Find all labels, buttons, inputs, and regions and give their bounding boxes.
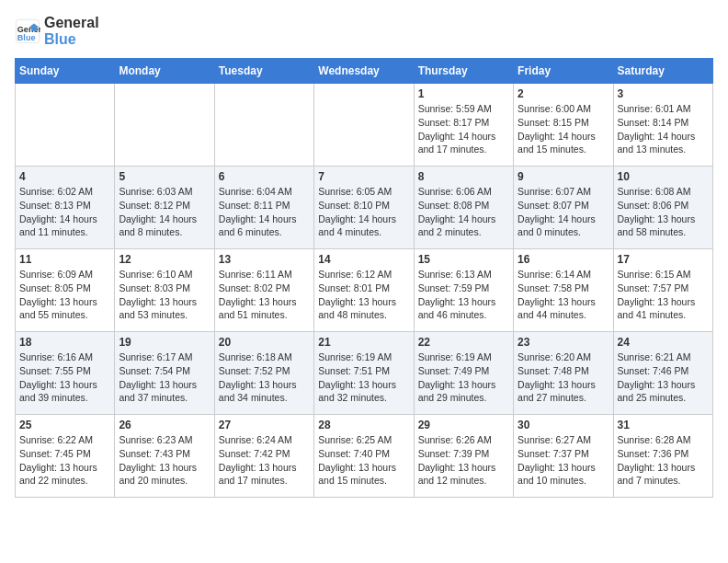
calendar-cell-8: 8Sunrise: 6:06 AMSunset: 8:08 PMDaylight… (414, 167, 513, 249)
day-number: 3 (618, 87, 709, 100)
day-number: 14 (318, 253, 409, 266)
calendar-cell-3: 3Sunrise: 6:01 AMSunset: 8:14 PMDaylight… (613, 84, 712, 167)
day-number: 7 (318, 170, 409, 183)
day-info: Sunrise: 6:20 AMSunset: 7:48 PMDaylight:… (518, 350, 609, 405)
calendar-cell-21: 21Sunrise: 6:19 AMSunset: 7:51 PMDayligh… (314, 332, 414, 415)
weekday-header-friday: Friday (514, 59, 613, 84)
calendar-cell-1: 1Sunrise: 5:59 AMSunset: 8:17 PMDaylight… (414, 84, 513, 167)
day-info: Sunrise: 6:27 AMSunset: 7:37 PMDaylight:… (518, 433, 609, 488)
day-info: Sunrise: 6:11 AMSunset: 8:02 PMDaylight:… (219, 268, 310, 322)
calendar-cell-10: 10Sunrise: 6:08 AMSunset: 8:06 PMDayligh… (613, 167, 712, 249)
calendar-cell-empty (16, 84, 115, 167)
calendar-cell-28: 28Sunrise: 6:25 AMSunset: 7:40 PMDayligh… (314, 415, 414, 498)
logo-blue: Blue (44, 31, 99, 48)
weekday-header-row: SundayMondayTuesdayWednesdayThursdayFrid… (16, 59, 713, 84)
calendar-cell-29: 29Sunrise: 6:26 AMSunset: 7:39 PMDayligh… (414, 415, 513, 498)
calendar-cell-26: 26Sunrise: 6:23 AMSunset: 7:43 PMDayligh… (115, 415, 214, 498)
day-info: Sunrise: 6:15 AMSunset: 7:57 PMDaylight:… (618, 268, 709, 322)
day-number: 6 (219, 170, 310, 183)
calendar-cell-6: 6Sunrise: 6:04 AMSunset: 8:11 PMDaylight… (214, 167, 313, 249)
weekday-header-monday: Monday (115, 59, 214, 84)
calendar-cell-18: 18Sunrise: 6:16 AMSunset: 7:55 PMDayligh… (16, 332, 115, 415)
day-number: 11 (19, 253, 110, 266)
day-info: Sunrise: 6:00 AMSunset: 8:15 PMDaylight:… (518, 102, 609, 156)
day-number: 19 (119, 336, 210, 349)
logo-icon: General Blue (15, 18, 40, 44)
day-number: 27 (219, 419, 310, 431)
calendar-cell-17: 17Sunrise: 6:15 AMSunset: 7:57 PMDayligh… (613, 249, 712, 332)
day-number: 28 (318, 419, 409, 431)
day-number: 9 (518, 170, 609, 183)
day-number: 12 (119, 253, 210, 266)
weekday-header-sunday: Sunday (16, 59, 115, 84)
day-number: 29 (418, 419, 509, 431)
calendar-cell-5: 5Sunrise: 6:03 AMSunset: 8:12 PMDaylight… (115, 167, 214, 249)
day-number: 13 (219, 253, 310, 266)
day-info: Sunrise: 6:02 AMSunset: 8:13 PMDaylight:… (19, 185, 110, 239)
day-info: Sunrise: 5:59 AMSunset: 8:17 PMDaylight:… (418, 102, 509, 156)
calendar-cell-24: 24Sunrise: 6:21 AMSunset: 7:46 PMDayligh… (613, 332, 712, 415)
calendar-week-0: 1Sunrise: 5:59 AMSunset: 8:17 PMDaylight… (16, 84, 713, 167)
day-info: Sunrise: 6:23 AMSunset: 7:43 PMDaylight:… (119, 433, 210, 488)
day-number: 10 (618, 170, 709, 183)
calendar-cell-15: 15Sunrise: 6:13 AMSunset: 7:59 PMDayligh… (414, 249, 513, 332)
day-info: Sunrise: 6:13 AMSunset: 7:59 PMDaylight:… (418, 268, 509, 322)
calendar-cell-19: 19Sunrise: 6:17 AMSunset: 7:54 PMDayligh… (115, 332, 214, 415)
calendar-week-1: 4Sunrise: 6:02 AMSunset: 8:13 PMDaylight… (16, 167, 713, 249)
day-number: 5 (119, 170, 210, 183)
day-info: Sunrise: 6:17 AMSunset: 7:54 PMDaylight:… (119, 350, 210, 405)
day-info: Sunrise: 6:22 AMSunset: 7:45 PMDaylight:… (19, 433, 110, 488)
calendar-cell-7: 7Sunrise: 6:05 AMSunset: 8:10 PMDaylight… (314, 167, 414, 249)
day-number: 21 (318, 336, 409, 349)
day-number: 23 (518, 336, 609, 349)
day-info: Sunrise: 6:03 AMSunset: 8:12 PMDaylight:… (119, 185, 210, 239)
day-number: 31 (618, 419, 709, 431)
day-number: 24 (618, 336, 709, 349)
calendar-cell-14: 14Sunrise: 6:12 AMSunset: 8:01 PMDayligh… (314, 249, 414, 332)
day-info: Sunrise: 6:09 AMSunset: 8:05 PMDaylight:… (19, 268, 110, 322)
day-number: 17 (618, 253, 709, 266)
calendar-cell-16: 16Sunrise: 6:14 AMSunset: 7:58 PMDayligh… (514, 249, 613, 332)
weekday-header-wednesday: Wednesday (314, 59, 414, 84)
day-number: 1 (418, 87, 509, 100)
weekday-header-saturday: Saturday (613, 59, 712, 84)
page-header: General Blue General Blue (15, 15, 713, 47)
day-info: Sunrise: 6:19 AMSunset: 7:51 PMDaylight:… (318, 350, 409, 405)
day-info: Sunrise: 6:25 AMSunset: 7:40 PMDaylight:… (318, 433, 409, 488)
day-number: 8 (418, 170, 509, 183)
calendar-week-2: 11Sunrise: 6:09 AMSunset: 8:05 PMDayligh… (16, 249, 713, 332)
weekday-header-tuesday: Tuesday (214, 59, 313, 84)
calendar-cell-13: 13Sunrise: 6:11 AMSunset: 8:02 PMDayligh… (214, 249, 313, 332)
day-info: Sunrise: 6:19 AMSunset: 7:49 PMDaylight:… (418, 350, 509, 405)
day-number: 26 (119, 419, 210, 431)
day-info: Sunrise: 6:05 AMSunset: 8:10 PMDaylight:… (318, 185, 409, 239)
day-info: Sunrise: 6:07 AMSunset: 8:07 PMDaylight:… (518, 185, 609, 239)
weekday-header-thursday: Thursday (414, 59, 513, 84)
day-info: Sunrise: 6:01 AMSunset: 8:14 PMDaylight:… (618, 102, 709, 156)
day-info: Sunrise: 6:18 AMSunset: 7:52 PMDaylight:… (219, 350, 310, 405)
logo-general: General (44, 15, 99, 30)
day-info: Sunrise: 6:10 AMSunset: 8:03 PMDaylight:… (119, 268, 210, 322)
calendar-cell-11: 11Sunrise: 6:09 AMSunset: 8:05 PMDayligh… (16, 249, 115, 332)
day-info: Sunrise: 6:12 AMSunset: 8:01 PMDaylight:… (318, 268, 409, 322)
day-number: 15 (418, 253, 509, 266)
calendar-week-3: 18Sunrise: 6:16 AMSunset: 7:55 PMDayligh… (16, 332, 713, 415)
day-info: Sunrise: 6:26 AMSunset: 7:39 PMDaylight:… (418, 433, 509, 488)
day-info: Sunrise: 6:14 AMSunset: 7:58 PMDaylight:… (518, 268, 609, 322)
day-number: 20 (219, 336, 310, 349)
calendar-cell-23: 23Sunrise: 6:20 AMSunset: 7:48 PMDayligh… (514, 332, 613, 415)
calendar-cell-empty (115, 84, 214, 167)
calendar-cell-empty (314, 84, 414, 167)
calendar-cell-2: 2Sunrise: 6:00 AMSunset: 8:15 PMDaylight… (514, 84, 613, 167)
calendar-cell-30: 30Sunrise: 6:27 AMSunset: 7:37 PMDayligh… (514, 415, 613, 498)
day-info: Sunrise: 6:16 AMSunset: 7:55 PMDaylight:… (19, 350, 110, 405)
calendar-cell-22: 22Sunrise: 6:19 AMSunset: 7:49 PMDayligh… (414, 332, 513, 415)
calendar-cell-9: 9Sunrise: 6:07 AMSunset: 8:07 PMDaylight… (514, 167, 613, 249)
calendar-cell-empty (214, 84, 313, 167)
day-number: 22 (418, 336, 509, 349)
calendar-cell-20: 20Sunrise: 6:18 AMSunset: 7:52 PMDayligh… (214, 332, 313, 415)
calendar-cell-31: 31Sunrise: 6:28 AMSunset: 7:36 PMDayligh… (613, 415, 712, 498)
day-number: 4 (19, 170, 110, 183)
calendar-cell-27: 27Sunrise: 6:24 AMSunset: 7:42 PMDayligh… (214, 415, 313, 498)
calendar-cell-25: 25Sunrise: 6:22 AMSunset: 7:45 PMDayligh… (16, 415, 115, 498)
